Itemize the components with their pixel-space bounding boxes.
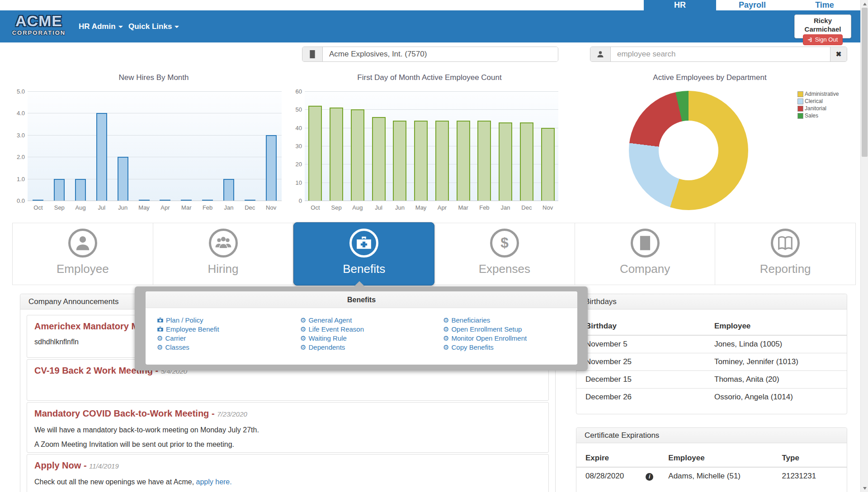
announcement-body: We will have a mandatory back-to-work me…	[34, 426, 541, 434]
gear-icon: ⚙	[443, 325, 449, 333]
x-axis-label: Mar	[177, 204, 195, 211]
menu-hr-admin[interactable]: HR Admin	[79, 10, 123, 42]
menu-quick-links[interactable]: Quick Links	[128, 10, 179, 42]
benefits-link-general-agent[interactable]: ⚙General Agent	[300, 316, 364, 325]
company-select-group	[302, 47, 558, 62]
x-axis-label: Aug	[349, 204, 367, 211]
bar-mar	[181, 200, 192, 201]
gear-icon: ⚙	[300, 316, 306, 324]
benefits-link-plan-policy[interactable]: Plan / Policy	[157, 316, 219, 325]
tab-time[interactable]: Time	[788, 0, 861, 10]
benefits-popover: Benefits Plan / PolicyEmployee Benefit⚙C…	[135, 286, 588, 370]
benefits-link-open-enrollment-setup[interactable]: ⚙Open Enrollment Setup	[443, 325, 527, 334]
tile-label: Company	[575, 262, 715, 276]
legend-label: Sales	[805, 112, 818, 119]
column-header: Employee	[665, 450, 779, 467]
birthdays-panel: Birthdays BirthdayEmployeeNovember 5Jone…	[576, 294, 847, 414]
bar-may	[139, 200, 150, 201]
y-axis-tick: 30	[287, 143, 302, 149]
birthdays-header: Birthdays	[576, 294, 847, 309]
chart-active-count: First Day of Month Active Employee Count…	[294, 72, 565, 217]
gear-icon: ⚙	[443, 316, 449, 324]
benefits-link-employee-benefit[interactable]: Employee Benefit	[157, 325, 219, 334]
column-header: Expire	[576, 450, 665, 467]
employee-search-group: ✖	[590, 47, 847, 62]
announcement-date: 7/23/2020	[217, 410, 247, 418]
benefits-link-life-event-reason[interactable]: ⚙Life Event Reason	[300, 325, 364, 334]
benefits-link-waiting-rule[interactable]: ⚙Waiting Rule	[300, 334, 364, 343]
benefits-link-carrier[interactable]: ⚙Carrier	[157, 334, 219, 343]
legend-swatch	[797, 98, 803, 104]
table-cell: Tominey, Jennifer (1013)	[712, 353, 847, 371]
y-axis-tick: 40	[287, 125, 302, 131]
apply-here-link[interactable]: apply here.	[196, 478, 232, 486]
module-tile-company[interactable]: Company	[575, 223, 716, 285]
module-tile-hiring[interactable]: Hiring	[153, 223, 294, 285]
module-tile-benefits[interactable]: Benefits	[293, 222, 434, 286]
popover-column: Plan / PolicyEmployee Benefit⚙Carrier⚙Cl…	[157, 316, 219, 352]
y-axis-tick: 10	[287, 180, 302, 186]
x-axis-label: Jun	[114, 204, 132, 211]
module-tile-employee[interactable]: Employee	[12, 223, 153, 285]
employee-search-input[interactable]	[611, 47, 830, 61]
x-axis-label: Sep	[327, 204, 345, 211]
building-icon	[631, 229, 660, 258]
company-select-input[interactable]	[323, 47, 558, 61]
certificate-row: 08/28/2020i Adams, Michelle (51) 2123123…	[576, 467, 847, 485]
table-cell: November 25	[576, 353, 712, 371]
x-axis-label: Jan	[496, 204, 514, 211]
legend-item: Sales	[797, 112, 839, 119]
tab-payroll[interactable]: Payroll	[716, 0, 788, 10]
bar-nov	[266, 135, 277, 201]
x-axis-label: Dec	[241, 204, 259, 211]
logo-text: ACME	[7, 12, 71, 29]
legend-item: Janitorial	[797, 105, 839, 112]
benefits-link-dependents[interactable]: ⚙Dependents	[300, 343, 364, 352]
tile-label: Employee	[13, 262, 153, 276]
medkit-icon	[157, 317, 164, 323]
table-cell: November 5	[576, 335, 712, 353]
building-icon	[302, 47, 323, 61]
legend-label: Clerical	[805, 98, 823, 104]
gear-icon: ⚙	[300, 343, 306, 351]
type-cell: 21231231	[779, 467, 847, 485]
y-axis-tick: 4.0	[9, 110, 25, 116]
acme-logo[interactable]: ACME CORPORATION	[7, 12, 71, 41]
x-axis-label: Sep	[50, 204, 68, 211]
tab-hr[interactable]: HR	[644, 0, 716, 10]
announcement-card: Apply Now - 11/4/2019Check out all the n…	[27, 454, 549, 492]
table-cell: Jones, Linda (1005)	[712, 335, 847, 353]
module-tile-reporting[interactable]: Reporting	[715, 223, 856, 285]
scrollbar-thumb[interactable]	[862, 8, 868, 157]
clear-search-button[interactable]: ✖	[830, 47, 847, 61]
info-icon[interactable]: i	[646, 473, 653, 481]
vertical-scrollbar[interactable]	[860, 0, 868, 492]
announcement-body: A Zoom Meeting Invitation will be sent o…	[34, 440, 541, 449]
benefits-link-copy-benefits[interactable]: ⚙Copy Benefits	[443, 343, 527, 352]
chart-legend: Administrative Clerical Janitorial Sales	[797, 90, 839, 119]
gear-icon: ⚙	[443, 334, 449, 342]
sign-out-button[interactable]: Sign Out	[803, 34, 843, 45]
x-axis-label: Apr	[156, 204, 174, 211]
x-axis-label: May	[135, 204, 153, 211]
bar-jul	[372, 117, 386, 201]
gear-icon: ⚙	[300, 325, 306, 333]
benefits-link-beneficiaries[interactable]: ⚙Beneficiaries	[443, 316, 527, 325]
caret-down-icon	[175, 26, 179, 28]
benefits-link-classes[interactable]: ⚙Classes	[157, 343, 219, 352]
birthday-row: December 26Ossorio, Angela (1014)	[576, 389, 847, 406]
logo-subtext: CORPORATION	[7, 29, 71, 37]
table-cell: Ossorio, Angela (1014)	[712, 389, 847, 406]
bar-mar	[457, 121, 470, 201]
expire-cell: 08/28/2020i	[576, 467, 665, 485]
y-axis-tick: 5.0	[9, 89, 25, 94]
navbar: ACME CORPORATION HR Admin Quick Links Ri…	[0, 10, 868, 42]
legend-label: Administrative	[805, 91, 839, 97]
scroll-up-arrow-icon[interactable]	[861, 0, 868, 8]
module-tile-expenses[interactable]: $ Expenses	[434, 223, 575, 285]
y-axis-tick: 1.0	[9, 176, 25, 182]
benefits-link-monitor-open-enrollment[interactable]: ⚙Monitor Open Enrollment	[443, 334, 527, 343]
scroll-down-arrow-icon[interactable]	[861, 484, 868, 492]
bar-dec	[245, 200, 255, 201]
bar-sep	[54, 179, 65, 201]
